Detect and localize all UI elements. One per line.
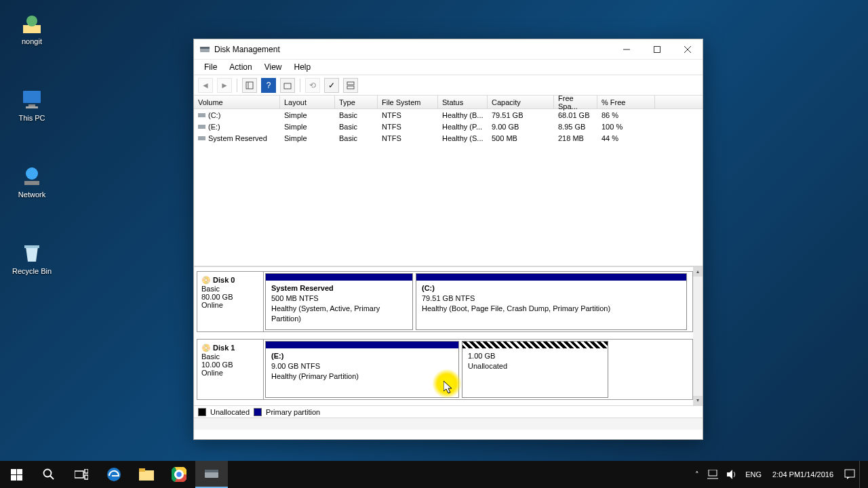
disk-block[interactable]: 📀 Disk 0Basic80.00 GBOnlineSystem Reserv…	[197, 271, 693, 332]
svg-rect-23	[11, 469, 16, 474]
svg-rect-24	[17, 469, 22, 474]
svg-rect-26	[17, 475, 22, 481]
svg-rect-31	[85, 475, 88, 479]
svg-rect-9	[200, 47, 210, 49]
start-button[interactable]	[0, 461, 33, 488]
properties-button[interactable]	[280, 78, 295, 93]
help-button[interactable]: ?	[261, 78, 276, 93]
column-header[interactable]: Volume	[194, 96, 280, 108]
svg-rect-16	[284, 83, 291, 89]
scrollbar-vertical[interactable]: ▴▾	[693, 267, 703, 405]
column-headers[interactable]: VolumeLayoutTypeFile SystemStatusCapacit…	[194, 96, 703, 109]
desktop-icon-this-pc[interactable]: This PC	[8, 88, 56, 122]
menu-action[interactable]: Action	[223, 60, 258, 74]
disk-info: 📀 Disk 1Basic10.00 GBOnline	[197, 340, 264, 399]
tray-notifications-icon[interactable]	[840, 461, 859, 488]
svg-rect-7	[24, 245, 39, 248]
tray-network-icon[interactable]	[703, 461, 722, 488]
column-header[interactable]: Free Spa...	[554, 96, 597, 108]
svg-rect-4	[26, 106, 38, 108]
volume-row[interactable]: (C:)SimpleBasicNTFSHealthy (B...79.51 GB…	[194, 109, 703, 121]
svg-rect-33	[139, 470, 154, 481]
column-header[interactable]: Type	[335, 96, 378, 108]
menu-help[interactable]: Help	[288, 60, 317, 74]
column-header[interactable]: % Free	[597, 96, 655, 108]
svg-point-5	[26, 167, 38, 180]
disk-graphic-pane[interactable]: 📀 Disk 0Basic80.00 GBOnlineSystem Reserv…	[194, 267, 703, 405]
minimize-button[interactable]	[611, 39, 642, 59]
view-button[interactable]	[343, 78, 358, 93]
show-desktop-button[interactable]	[859, 461, 868, 488]
show-hide-tree-button[interactable]	[242, 78, 257, 93]
desktop-icon-nongit[interactable]: nongit	[8, 12, 56, 45]
svg-rect-29	[75, 471, 83, 478]
tray-language[interactable]: ENG	[741, 461, 766, 488]
volume-row[interactable]: System ReservedSimpleBasicNTFSHealthy (S…	[194, 132, 703, 144]
tray-volume-icon[interactable]	[722, 461, 741, 488]
svg-rect-21	[198, 136, 205, 140]
column-header[interactable]: Layout	[280, 96, 335, 108]
legend-swatch-unallocated	[198, 408, 206, 416]
column-header[interactable]: File System	[378, 96, 438, 108]
title-bar[interactable]: Disk Management	[194, 39, 703, 60]
svg-rect-20	[198, 125, 205, 129]
svg-point-39	[176, 472, 182, 478]
desktop-icon-network[interactable]: Network	[8, 165, 56, 199]
tray-clock[interactable]: 2:04 PM1/14/2016	[766, 461, 840, 488]
column-header[interactable]: Capacity	[488, 96, 554, 108]
svg-marker-44	[727, 470, 732, 479]
svg-rect-3	[28, 104, 35, 106]
status-bar	[194, 418, 703, 430]
svg-rect-42	[709, 470, 717, 476]
volume-list-pane[interactable]: VolumeLayoutTypeFile SystemStatusCapacit…	[194, 96, 703, 267]
partition[interactable]: (E:)9.00 GB NTFSHealthy (Primary Partiti…	[265, 341, 459, 398]
system-tray[interactable]: ˄ ENG 2:04 PM1/14/2016	[691, 461, 868, 488]
svg-point-1	[26, 16, 37, 26]
svg-rect-41	[205, 470, 218, 472]
task-view-button[interactable]	[65, 461, 98, 488]
back-button: ◄	[198, 78, 213, 93]
window-title: Disk Management	[214, 45, 611, 54]
svg-rect-2	[23, 91, 41, 103]
svg-rect-30	[85, 469, 88, 473]
settings-button[interactable]: ✓	[324, 78, 339, 93]
disk-management-window[interactable]: Disk Management FileActionViewHelp ◄ ► ?…	[193, 39, 703, 440]
tray-chevron-icon[interactable]: ˄	[691, 461, 703, 488]
menu-file[interactable]: File	[198, 60, 223, 74]
partition[interactable]: (C:)79.51 GB NTFSHealthy (Boot, Page Fil…	[416, 273, 687, 330]
svg-rect-14	[246, 82, 253, 89]
disk-block[interactable]: 📀 Disk 1Basic10.00 GBOnline(E:)9.00 GB N…	[197, 339, 693, 400]
svg-line-28	[50, 476, 54, 479]
taskbar[interactable]: ˄ ENG 2:04 PM1/14/2016	[0, 461, 868, 488]
svg-point-27	[44, 470, 52, 477]
taskbar-edge-icon[interactable]	[98, 461, 130, 488]
svg-rect-25	[11, 475, 16, 481]
desktop-icon-recycle-bin[interactable]: Recycle Bin	[8, 241, 56, 275]
disk-info: 📀 Disk 0Basic80.00 GBOnline	[197, 272, 264, 331]
legend: Unallocated Primary partition	[194, 405, 703, 418]
svg-rect-45	[845, 470, 854, 477]
forward-button: ►	[217, 78, 232, 93]
toolbar: ◄ ► ? ⟲ ✓	[194, 75, 703, 96]
close-button[interactable]	[672, 39, 703, 59]
maximize-button[interactable]	[642, 39, 672, 59]
svg-rect-19	[198, 113, 205, 117]
menu-view[interactable]: View	[258, 60, 288, 74]
partition[interactable]: System Reserved500 MB NTFSHealthy (Syste…	[265, 273, 413, 330]
svg-rect-6	[24, 181, 39, 185]
taskbar-chrome-icon[interactable]	[163, 461, 195, 488]
legend-swatch-primary	[254, 408, 262, 416]
menu-bar: FileActionViewHelp	[194, 60, 703, 75]
taskbar-diskmgmt-icon[interactable]	[195, 461, 228, 488]
svg-rect-18	[347, 86, 354, 89]
volume-row[interactable]: (E:)SimpleBasicNTFSHealthy (P...9.00 GB8…	[194, 121, 703, 132]
search-button[interactable]	[33, 461, 65, 488]
legend-label-unallocated: Unallocated	[210, 408, 250, 416]
app-icon	[199, 44, 210, 55]
column-header[interactable]: Status	[438, 96, 488, 108]
taskbar-explorer-icon[interactable]	[130, 461, 163, 488]
svg-rect-17	[347, 82, 354, 85]
partition[interactable]: 1.00 GBUnallocated	[462, 341, 608, 398]
legend-label-primary: Primary partition	[266, 408, 320, 416]
svg-rect-34	[139, 468, 145, 472]
